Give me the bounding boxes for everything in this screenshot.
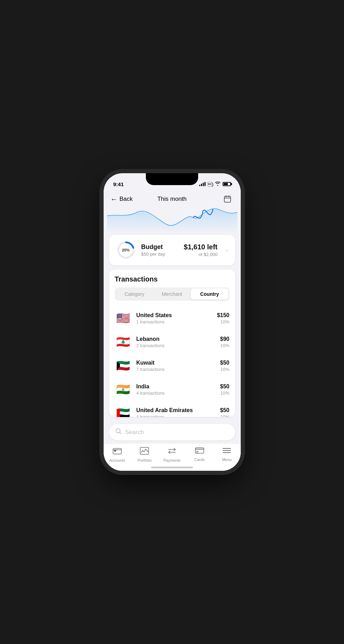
budget-label: Budget	[141, 243, 178, 251]
country-item-ae[interactable]: 🇦🇪 United Arab Emirates 4 transactions $…	[109, 401, 235, 417]
country-item-us[interactable]: 🇺🇸 United States 1 transactions $150 10%	[109, 306, 235, 330]
country-txn-in: 4 transactions	[136, 390, 215, 396]
calendar-button[interactable]	[221, 193, 234, 205]
transactions-title: Transactions	[109, 275, 235, 287]
flag-lb: 🇱🇧	[115, 334, 132, 350]
search-placeholder: Search	[125, 429, 144, 436]
header-title: This month	[157, 196, 187, 203]
country-info-in: India 4 transactions	[136, 383, 215, 396]
accounts-label: Accounts	[109, 458, 125, 462]
flag-in: 🇮🇳	[115, 381, 132, 398]
wifi-icon: )	[208, 182, 220, 187]
search-bar[interactable]: Search	[109, 424, 235, 440]
nav-cards[interactable]: Cards	[189, 447, 210, 462]
home-bar	[151, 467, 193, 468]
country-amount-ae: $50 10%	[220, 407, 230, 417]
notch	[146, 173, 198, 185]
phone-shell: 9:41 ) ←	[104, 173, 241, 471]
calendar-icon	[223, 195, 232, 203]
flag-kw: 🇰🇼	[115, 357, 132, 374]
chart-svg	[107, 205, 237, 233]
cards-icon	[195, 447, 204, 456]
svg-rect-0	[224, 196, 231, 202]
budget-info: Budget $50 per day	[141, 243, 178, 257]
battery-icon	[223, 182, 231, 186]
country-name-in: India	[136, 383, 215, 390]
payments-icon	[167, 447, 177, 457]
tab-category[interactable]: Category	[116, 288, 154, 300]
country-item-kw[interactable]: 🇰🇼 Kuwait 7 transactions $50 10%	[109, 354, 235, 378]
portfolio-icon	[140, 447, 149, 457]
country-list: 🇺🇸 United States 1 transactions $150 10%…	[109, 306, 235, 417]
home-indicator	[104, 464, 241, 471]
budget-right: $1,610 left of $2,000	[184, 243, 218, 257]
nav-menu[interactable]: Menu	[216, 447, 237, 462]
budget-percent: 20%	[122, 248, 129, 252]
bottom-nav: Accounts Portfolio	[104, 443, 241, 464]
tab-country[interactable]: Country	[191, 288, 229, 300]
country-info-lb: Lebanon 2 transactions	[136, 336, 215, 348]
country-amount-us: $150 10%	[217, 312, 230, 324]
budget-card[interactable]: 20% Budget $50 per day $1,610 left of $2…	[109, 235, 235, 265]
country-name-us: United States	[136, 312, 212, 319]
status-icons: )	[199, 182, 231, 187]
country-amount-kw: $50 10%	[220, 360, 230, 372]
chevron-right-icon: ›	[226, 247, 228, 254]
budget-amount-left: $1,610 left	[184, 243, 218, 251]
donut-chart: 20%	[116, 240, 136, 260]
country-name-ae: United Arab Emirates	[136, 407, 215, 414]
phone-content: ← Back This month	[104, 190, 241, 471]
nav-portfolio[interactable]: Portfolio	[134, 447, 155, 462]
country-name-kw: Kuwait	[136, 360, 215, 366]
flag-ae: 🇦🇪	[115, 405, 132, 417]
country-txn-ae: 4 transactions	[136, 414, 215, 417]
transactions-card: Transactions Category Merchant Country 🇺…	[109, 270, 235, 417]
country-txn-lb: 2 transactions	[136, 343, 215, 348]
country-info-ae: United Arab Emirates 4 transactions	[136, 407, 215, 417]
country-info-kw: Kuwait 7 transactions	[136, 360, 215, 372]
budget-per-day: $50 per day	[141, 251, 178, 257]
menu-label: Menu	[222, 458, 232, 462]
budget-of-total: of $2,000	[184, 252, 218, 257]
cards-label: Cards	[194, 458, 204, 462]
nav-payments[interactable]: Payments	[162, 447, 182, 462]
menu-icon	[222, 447, 231, 456]
country-amount-lb: $90 10%	[220, 336, 230, 348]
header: ← Back This month	[104, 190, 241, 205]
flag-us: 🇺🇸	[115, 310, 132, 327]
back-label: Back	[120, 196, 133, 203]
back-arrow-icon: ←	[111, 195, 118, 203]
chart-area	[107, 205, 237, 233]
country-txn-kw: 7 transactions	[136, 367, 215, 372]
country-name-lb: Lebanon	[136, 336, 215, 342]
search-icon	[115, 428, 122, 436]
back-button[interactable]: ← Back	[111, 195, 133, 203]
status-time: 9:41	[113, 181, 124, 187]
country-item-lb[interactable]: 🇱🇧 Lebanon 2 transactions $90 10%	[109, 330, 235, 354]
signal-icon	[199, 182, 205, 186]
accounts-icon	[113, 447, 122, 457]
svg-line-7	[120, 432, 121, 434]
country-item-in[interactable]: 🇮🇳 India 4 transactions $50 10%	[109, 378, 235, 401]
country-info-us: United States 1 transactions	[136, 312, 212, 324]
country-amount-in: $50 10%	[220, 383, 230, 396]
nav-accounts[interactable]: Accounts	[107, 447, 128, 462]
country-txn-us: 1 transactions	[136, 319, 212, 324]
payments-label: Payments	[164, 458, 181, 462]
svg-point-12	[147, 451, 148, 452]
tab-filter: Category Merchant Country	[115, 287, 230, 301]
tab-merchant[interactable]: Merchant	[153, 288, 191, 300]
portfolio-label: Portfolio	[137, 458, 151, 462]
